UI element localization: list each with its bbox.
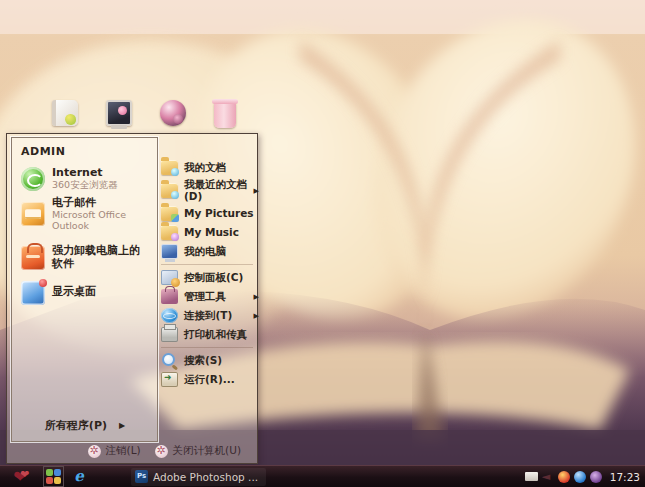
menu-item-label: 管理工具 [184,291,257,303]
show-desktop-icon [21,281,45,305]
menu-item-label: 显示桌面 [52,286,96,299]
run-icon [161,372,178,387]
quick-launch-bar: e [46,469,87,485]
menu-item-label: 我最近的文档(D) [184,179,257,202]
admin-tools-icon [161,289,178,304]
language-bar-icon[interactable] [525,472,538,481]
start-menu: ADMIN Internet 360安全浏览器 电子邮件 Microsoft O… [6,133,258,464]
my-computer-icon [161,244,178,259]
all-programs-button[interactable]: 所有程序(P) ▶ [19,413,151,437]
my-pictures-folder-icon [161,206,178,221]
control-panel-icon [161,270,178,285]
desktop: ADMIN Internet 360安全浏览器 电子邮件 Microsoft O… [0,0,645,487]
start-menu-left-panel: ADMIN Internet 360安全浏览器 电子邮件 Microsoft O… [11,137,158,442]
connect-to-globe-icon [161,308,178,323]
menu-item-connect-to[interactable]: 连接到(T) ▶ [161,306,257,325]
menu-item-label: My Music [184,227,257,239]
start-button[interactable]: ❤ ❤ [0,466,40,487]
photoshop-icon: Ps [135,470,148,483]
menu-separator [161,347,253,348]
menu-item-label: 电子邮件 [52,197,149,210]
log-off-button[interactable]: ✲ 注销(L) [88,444,141,458]
user-name: ADMIN [21,145,151,158]
menu-item-label: 打印机和传真 [184,329,257,341]
menu-item-label: 连接到(T) [184,310,257,322]
system-tray: ◄ 17:23 [525,471,645,483]
my-music-folder-icon [161,225,178,240]
chevron-right-icon: ▶ [254,312,259,320]
menu-item-label: 我的文档 [184,162,257,174]
start-menu-footer: ✲ 注销(L) ✲ 关闭计算机(U) [7,441,257,461]
menu-item-search[interactable]: 搜索(S) [161,351,257,370]
menu-item-show-desktop[interactable]: 显示桌面 [19,278,151,308]
color-quad-icon[interactable] [46,469,61,484]
all-programs-label: 所有程序(P) [45,418,107,433]
my-computer-icon[interactable] [106,100,132,126]
security-tray-icon[interactable] [558,471,570,483]
menu-item-my-computer[interactable]: 我的电脑 [161,242,257,261]
menu-item-email[interactable]: 电子邮件 Microsoft Office Outlook [19,194,151,234]
outlook-icon [21,202,45,226]
menu-item-run[interactable]: 运行(R)... [161,370,257,389]
desktop-icon-row [52,100,236,128]
printers-faxes-icon [161,327,178,342]
menu-item-sublabel: Microsoft Office Outlook [52,210,149,232]
sphere-icon[interactable] [160,100,186,126]
start-menu-right-column: 我的文档 我最近的文档(D) ▶ My Pictures My Music 我的… [161,158,257,389]
menu-item-label: 强力卸载电脑上的软件 [52,245,149,270]
menu-item-my-pictures[interactable]: My Pictures [161,204,257,223]
log-off-label: 注销(L) [106,444,141,458]
menu-item-printers-faxes[interactable]: 打印机和传真 [161,325,257,344]
menu-item-label: 我的电脑 [184,246,257,258]
menu-item-label: 运行(R)... [184,374,257,386]
chevron-right-icon: ▶ [254,187,259,195]
menu-item-label: Internet [52,167,118,180]
heart-logo-small-icon: ❤ [20,469,29,480]
menu-item-label: My Pictures [184,208,257,220]
ime-tray-icon[interactable] [590,471,602,483]
shut-down-label: 关闭计算机(U) [173,444,241,458]
taskbar-clock[interactable]: 17:23 [610,471,640,483]
menu-item-my-music[interactable]: My Music [161,223,257,242]
menu-item-sublabel: 360安全浏览器 [52,180,118,191]
taskbar: ❤ ❤ e Ps Adobe Photoshop ... ◄ 17:23 [0,465,645,487]
menu-item-control-panel[interactable]: 控制面板(C) [161,268,257,287]
internet-explorer-icon[interactable]: e [71,469,87,485]
menu-item-recent-documents[interactable]: 我最近的文档(D) ▶ [161,177,257,204]
menu-item-uninstaller[interactable]: 强力卸载电脑上的软件 [19,242,151,273]
left-panel-spacer [19,308,151,413]
search-icon [161,353,178,368]
network-globe-icon[interactable] [574,471,586,483]
menu-separator [161,264,253,265]
recycle-bin-icon[interactable] [214,102,236,128]
menu-item-internet[interactable]: Internet 360安全浏览器 [19,164,151,194]
chevron-right-icon: ▶ [119,421,125,430]
shut-down-button[interactable]: ✲ 关闭计算机(U) [155,444,241,458]
recent-documents-icon [161,183,178,198]
360-browser-icon [21,167,45,191]
volume-icon[interactable]: ◄ [542,471,554,483]
menu-item-admin-tools[interactable]: 管理工具 ▶ [161,287,257,306]
shut-down-icon: ✲ [155,445,168,458]
uninstall-toolbox-icon [21,246,45,270]
notebook-icon[interactable] [52,100,78,126]
taskbar-task-photoshop[interactable]: Ps Adobe Photoshop ... [131,468,266,486]
menu-item-my-documents[interactable]: 我的文档 [161,158,257,177]
menu-item-label: 搜索(S) [184,355,257,367]
my-documents-folder-icon [161,160,178,175]
menu-item-label: 控制面板(C) [184,272,257,284]
task-label: Adobe Photoshop ... [153,471,258,483]
chevron-right-icon: ▶ [254,293,259,301]
log-off-icon: ✲ [88,445,101,458]
